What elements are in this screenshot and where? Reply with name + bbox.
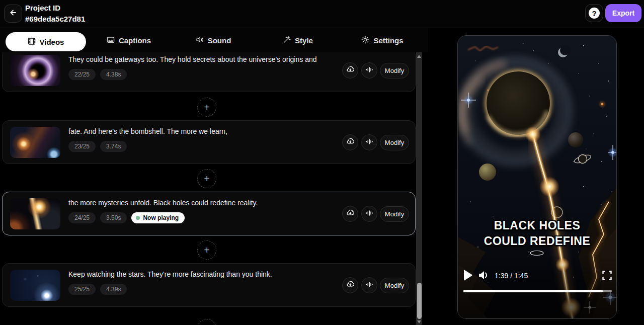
clip-index-badge: 22/25 [68,69,96,80]
clip-caption-text: fate. And here's the bombshell. The more… [68,127,227,135]
scrollbar-thumb[interactable] [417,283,422,319]
video-caption-line1: BLACK HOLES [458,218,616,233]
clip-thumbnail[interactable] [10,270,60,301]
clip-thumbnail[interactable] [10,198,60,229]
playback-time: 1:39 / 1:45 [495,272,528,280]
download-button[interactable] [342,206,358,222]
captions-icon [107,36,115,45]
tab-sound[interactable]: Sound [171,28,256,52]
tab-captions[interactable]: Captions [87,28,171,52]
video-caption-overlay: BLACK HOLES COULD REDEFINE [458,218,616,249]
play-icon [462,269,473,283]
now-playing-dot-icon [136,216,140,220]
cloud-download-icon [346,137,355,148]
clip-card-24-selected[interactable]: the more mysteries unfold. Black holes c… [2,192,416,235]
waveform-icon [365,65,374,76]
clip-duration-badge: 4.38s [100,69,127,80]
regenerate-audio-button[interactable] [361,134,377,150]
fullscreen-button[interactable] [602,271,612,281]
project-title: Project ID #69deda5c27d81 [25,3,85,25]
clip-duration-badge: 4.39s [100,284,127,295]
clip-card-23[interactable]: fate. And here's the bombshell. The more… [2,120,416,164]
tab-videos[interactable]: Videos [6,32,86,51]
clip-card-25[interactable]: Keep watching the stars. They're more fa… [2,263,416,307]
clip-list: They could be gateways too. They hold se… [0,52,425,325]
tab-settings[interactable]: Settings [340,28,425,52]
regenerate-audio-button[interactable] [361,277,377,293]
scroll-down-arrow[interactable] [417,320,421,323]
now-playing-label: Now playing [143,214,179,221]
speaker-icon [196,36,204,45]
clip-index-badge: 24/25 [68,212,96,223]
cloud-download-icon [346,65,355,76]
back-button[interactable] [4,5,22,23]
fullscreen-icon [602,271,612,282]
download-button[interactable] [342,134,358,150]
add-clip-button[interactable]: + [197,240,216,260]
clip-caption-text: They could be gateways too. They hold se… [68,55,317,63]
wand-icon [283,36,291,45]
modify-button[interactable]: Modify [380,278,409,293]
question-mark-icon: ? [589,8,600,19]
tab-captions-label: Captions [119,36,151,45]
regenerate-audio-button[interactable] [361,206,377,222]
film-icon [28,37,36,47]
regenerate-audio-button[interactable] [361,62,377,78]
clip-index-badge: 23/25 [68,141,96,152]
modify-button[interactable]: Modify [380,63,409,78]
video-preview-panel[interactable]: BLACK HOLES COULD REDEFINE 1:39 / 1:45 [457,35,617,319]
clip-index-badge: 25/25 [68,284,96,295]
clip-duration-badge: 3.74s [100,141,127,152]
scroll-up-arrow[interactable] [417,55,421,58]
clip-card-22[interactable]: They could be gateways too. They hold se… [2,52,416,92]
add-clip-button[interactable]: + [197,169,216,188]
progress-fill [463,290,603,292]
list-scrollbar[interactable] [416,52,422,325]
cloud-download-icon [346,280,355,291]
tab-style-label: Style [295,36,313,45]
volume-icon [478,270,489,282]
gear-icon [361,36,369,45]
clip-caption-text: the more mysteries unfold. Black holes c… [68,199,258,207]
project-title-line1: Project ID [25,3,85,14]
project-id: #69deda5c27d81 [25,14,85,25]
clip-caption-text: Keep watching the stars. They're more fa… [68,270,272,278]
tab-bar: Videos Captions Sound [0,28,428,52]
arrow-left-icon [9,9,17,19]
cloud-download-icon [346,209,355,219]
tab-style[interactable]: Style [256,28,340,52]
clip-thumbnail[interactable] [10,55,60,86]
clip-thumbnail[interactable] [10,127,60,158]
export-button[interactable]: Export [605,4,641,22]
waveform-icon [365,209,374,219]
tab-videos-label: Videos [40,38,64,46]
modify-button[interactable]: Modify [380,135,409,150]
header: Project ID #69deda5c27d81 ? Export [0,0,644,28]
video-caption-line2: COULD REDEFINE [458,233,616,249]
modify-button[interactable]: Modify [380,206,409,222]
progress-bar[interactable] [463,290,612,292]
volume-button[interactable] [477,270,490,281]
play-button[interactable] [462,270,474,282]
clip-duration-badge: 3.50s [100,212,127,223]
now-playing-badge: Now playing [131,212,185,223]
tab-sound-label: Sound [208,36,231,45]
download-button[interactable] [342,277,358,293]
download-button[interactable] [342,62,358,78]
waveform-icon [365,137,374,148]
player-controls: 1:39 / 1:45 [458,253,616,318]
add-clip-button[interactable]: + [197,319,216,325]
add-clip-button[interactable]: + [197,98,216,117]
tab-settings-label: Settings [373,36,403,45]
waveform-icon [365,280,374,291]
help-button[interactable]: ? [585,4,603,22]
